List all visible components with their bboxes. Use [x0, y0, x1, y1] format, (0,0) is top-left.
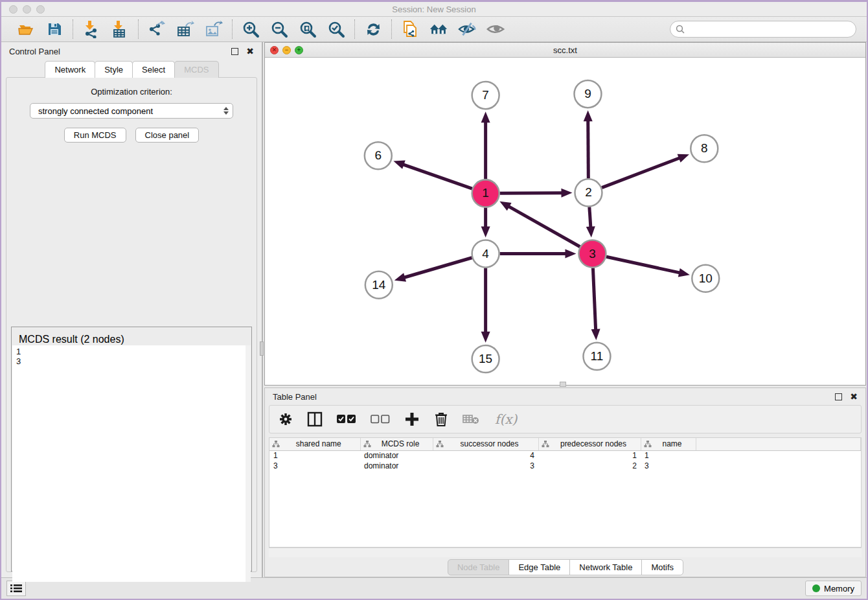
- delete-table-icon[interactable]: [463, 413, 479, 425]
- tab-edge-table[interactable]: Edge Table: [508, 559, 570, 575]
- edge-4-15[interactable]: [481, 268, 490, 343]
- close-panel-button[interactable]: Close panel: [135, 128, 200, 143]
- export-image-icon[interactable]: [205, 20, 223, 38]
- node-2[interactable]: 2: [575, 179, 602, 206]
- column-header-name[interactable]: name: [641, 438, 696, 450]
- open-session-icon[interactable]: [17, 20, 35, 38]
- edge-3-11[interactable]: [591, 268, 600, 340]
- search-input[interactable]: [689, 25, 851, 34]
- tab-select[interactable]: Select: [132, 61, 175, 78]
- table-panel-float-icon[interactable]: [835, 393, 842, 400]
- show-panel-icon[interactable]: [486, 20, 505, 38]
- network-canvas[interactable]: 7968124314101511: [265, 58, 865, 385]
- tab-mcds[interactable]: MCDS: [174, 61, 218, 78]
- tab-style[interactable]: Style: [95, 61, 133, 78]
- table-settings-icon[interactable]: [279, 412, 293, 426]
- result-scrollbar[interactable]: [246, 345, 251, 582]
- node-label: 10: [699, 271, 713, 285]
- edge-1-6[interactable]: [393, 161, 472, 189]
- edge-2-8[interactable]: [602, 154, 689, 188]
- criterion-dropdown[interactable]: strongly connected component: [30, 103, 233, 119]
- add-column-icon[interactable]: [404, 411, 420, 427]
- duplicate-network-icon[interactable]: [401, 20, 419, 38]
- table-cell[interactable]: 2: [538, 461, 641, 471]
- search-icon: [676, 25, 685, 34]
- edge-1-4[interactable]: [481, 207, 490, 237]
- task-history-button[interactable]: [6, 581, 26, 596]
- node-9[interactable]: 9: [574, 80, 601, 108]
- edge-4-3[interactable]: [500, 249, 577, 259]
- column-header-shared-name[interactable]: shared name: [269, 438, 360, 450]
- hide-panels-icon[interactable]: [458, 20, 476, 38]
- zoom-fit-icon[interactable]: [299, 20, 317, 38]
- control-panel-float-icon[interactable]: [231, 48, 238, 55]
- column-header-MCDS-role[interactable]: MCDS role: [360, 438, 433, 450]
- deselect-all-icon[interactable]: [371, 414, 390, 424]
- edge-2-3[interactable]: [586, 207, 595, 237]
- import-network-icon[interactable]: [82, 20, 100, 38]
- edge-1-2[interactable]: [500, 189, 573, 198]
- table-cell[interactable]: 1: [641, 450, 696, 461]
- table-row[interactable]: 3dominator323: [269, 461, 861, 471]
- node-1[interactable]: 1: [472, 179, 499, 207]
- table-hscrollbar[interactable]: [269, 548, 862, 557]
- network-maximize-icon[interactable]: +: [295, 46, 303, 54]
- table-cell[interactable]: 3: [641, 461, 696, 471]
- node-7[interactable]: 7: [472, 82, 499, 109]
- node-8[interactable]: 8: [691, 135, 718, 162]
- tab-network[interactable]: Network: [45, 61, 95, 78]
- table-cell[interactable]: 3: [269, 461, 360, 471]
- edge-1-7[interactable]: [481, 111, 490, 179]
- first-neighbors-icon[interactable]: [429, 20, 448, 38]
- node-14[interactable]: 14: [365, 271, 393, 299]
- table-row[interactable]: 1dominator411: [269, 450, 861, 461]
- import-table-icon[interactable]: [111, 20, 129, 38]
- tab-node-table[interactable]: Node Table: [448, 559, 510, 575]
- tab-network-table[interactable]: Network Table: [569, 559, 642, 575]
- zoom-in-icon[interactable]: [242, 20, 260, 38]
- node-15[interactable]: 15: [472, 345, 499, 373]
- network-graph[interactable]: 7968124314101511: [265, 58, 865, 385]
- window-title: Session: New Session: [1, 5, 867, 14]
- zoom-selected-icon[interactable]: [327, 20, 345, 38]
- function-builder-icon[interactable]: f(x): [494, 411, 520, 428]
- refresh-layout-icon[interactable]: [364, 20, 382, 38]
- memory-button[interactable]: Memory: [805, 581, 862, 596]
- table-cell[interactable]: 4: [433, 450, 538, 461]
- node-4[interactable]: 4: [472, 240, 499, 268]
- table-cell[interactable]: dominator: [360, 461, 433, 471]
- table-cell[interactable]: 1: [269, 450, 360, 461]
- table-cell[interactable]: 1: [538, 450, 641, 461]
- delete-column-icon[interactable]: [434, 411, 448, 427]
- node-11[interactable]: 11: [583, 343, 610, 370]
- edge-3-10[interactable]: [606, 257, 690, 277]
- edge-2-9[interactable]: [584, 110, 593, 178]
- panel-splitter-handle[interactable]: [260, 341, 264, 356]
- node-3[interactable]: 3: [578, 240, 606, 268]
- table-panel-close-icon[interactable]: ✖: [850, 392, 858, 401]
- network-close-icon[interactable]: ✕: [270, 46, 279, 54]
- export-table-icon[interactable]: [176, 20, 194, 38]
- split-panel-icon[interactable]: [307, 411, 323, 427]
- network-minimize-icon[interactable]: −: [282, 46, 291, 54]
- tab-motifs[interactable]: Motifs: [641, 559, 683, 575]
- column-header-predecessor-nodes[interactable]: predecessor nodes: [538, 438, 641, 450]
- memory-button-label: Memory: [824, 584, 854, 594]
- save-session-icon[interactable]: [45, 20, 63, 38]
- table-cell[interactable]: dominator: [360, 450, 433, 461]
- run-mcds-button[interactable]: Run MCDS: [64, 128, 126, 143]
- node-6[interactable]: 6: [365, 142, 392, 169]
- node-10[interactable]: 10: [692, 265, 719, 292]
- edge-4-14[interactable]: [394, 258, 472, 282]
- column-header-successor-nodes[interactable]: successor nodes: [433, 438, 538, 450]
- export-network-icon[interactable]: [148, 20, 166, 38]
- zoom-out-icon[interactable]: [270, 20, 288, 38]
- edge-3-1[interactable]: [499, 202, 580, 247]
- table-cell[interactable]: 3: [433, 461, 538, 471]
- mcds-result-list[interactable]: 1 3: [12, 345, 251, 582]
- column-header-label: successor nodes: [444, 439, 536, 448]
- control-panel-close-icon[interactable]: ✖: [246, 47, 254, 56]
- network-window-titlebar[interactable]: ✕ − + scc.txt: [265, 43, 865, 58]
- select-all-icon[interactable]: [337, 414, 356, 424]
- network-table-splitter-handle[interactable]: [560, 382, 566, 387]
